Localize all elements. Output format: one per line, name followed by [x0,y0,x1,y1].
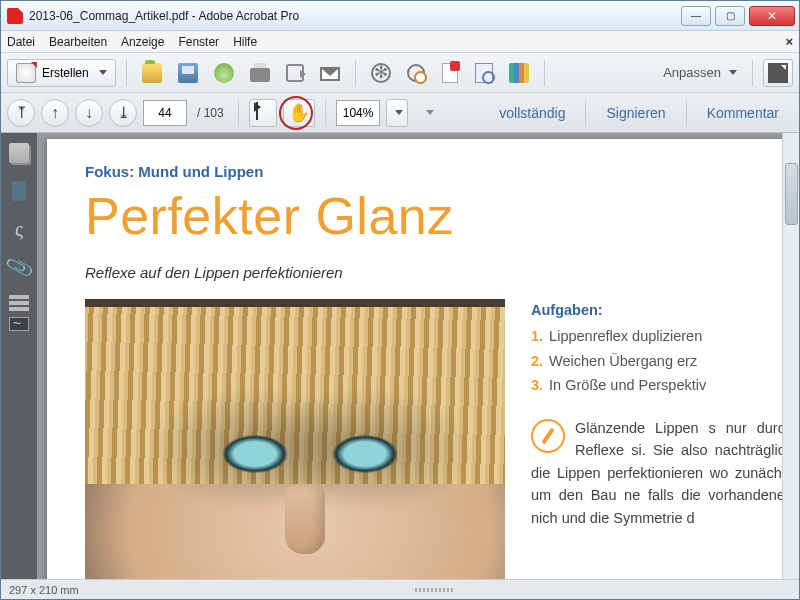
chevron-down-icon [426,110,434,115]
chevron-down-icon [395,110,403,115]
menu-window[interactable]: Fenster [178,35,219,49]
gear-play-icon [407,64,425,82]
envelope-icon [320,67,340,81]
print-button[interactable] [245,59,275,87]
floppy-icon [178,63,198,83]
select-tool[interactable] [249,99,277,127]
hand-icon: ✋ [288,104,310,122]
options-button[interactable] [366,59,396,87]
chevron-down-icon [99,70,107,75]
view-full-link[interactable]: vollständig [489,105,575,121]
create-icon [16,63,36,83]
attachments-panel-icon[interactable]: 📎 [4,253,34,280]
combine-pdf-button[interactable] [436,59,464,87]
folder-open-icon [142,63,162,83]
open-button[interactable] [137,59,167,87]
navigation-pane: ς 📎 [1,133,37,579]
cloud-up-icon [214,63,234,83]
layers-panel-icon[interactable] [9,295,29,299]
vertical-scrollbar[interactable] [782,133,799,579]
brush-circle-icon [531,419,565,453]
next-page-button[interactable]: ↓ [75,99,103,127]
minimize-button[interactable]: — [681,6,711,26]
share-icon [286,64,304,82]
expand-icon [768,63,788,83]
page-number-input[interactable] [143,100,187,126]
prev-page-button[interactable]: ↑ [41,99,69,127]
close-button[interactable]: ✕ [749,6,795,26]
more-zoom-button[interactable] [414,99,442,127]
pdf-combine-icon [442,63,458,83]
customize-button[interactable]: Anpassen [658,59,742,87]
share-button[interactable] [281,59,309,87]
menubar: Datei Bearbeiten Anzeige Fenster Hilfe × [1,31,799,53]
email-button[interactable] [315,59,345,87]
document-viewport[interactable]: Fokus: Mund und Lippen Perfekter Glanz R… [37,133,799,579]
menu-close-doc[interactable]: × [785,34,793,49]
cursor-icon [254,102,272,124]
article-kicker: Fokus: Mund und Lippen [85,163,793,180]
article-headline: Perfekter Glanz [85,186,793,246]
titlebar: 2013-06_Commag_Artikel.pdf - Adobe Acrob… [1,1,799,31]
sign-panel-icon[interactable] [9,317,29,331]
menu-file[interactable]: Datei [7,35,35,49]
tasks-heading: Aufgaben: [531,299,793,321]
main-toolbar: Erstellen Anpassen [1,53,799,93]
status-grip [79,588,791,592]
zoom-input[interactable]: 104% [336,100,381,126]
page-total-label: / 103 [197,106,224,120]
article-body: Glänzende Lippen s nur durch Reflexe si.… [531,417,793,529]
menu-view[interactable]: Anzeige [121,35,164,49]
identify-icon [475,63,493,83]
identify-button[interactable] [470,59,498,87]
scrollbar-thumb[interactable] [785,163,798,225]
pdf-file-icon [7,8,23,24]
sign-link[interactable]: Signieren [596,105,675,121]
menu-help[interactable]: Hilfe [233,35,257,49]
signatures-panel-icon[interactable]: ς [15,219,23,239]
color-bars-icon [509,63,529,83]
save-button[interactable] [173,59,203,87]
window-title: 2013-06_Commag_Artikel.pdf - Adobe Acrob… [29,9,677,23]
fullscreen-button[interactable] [763,59,793,87]
first-page-button[interactable]: ⤒ [7,99,35,127]
hand-tool[interactable]: ✋ [283,99,315,127]
last-page-button[interactable]: ⤓ [109,99,137,127]
maximize-button[interactable]: ▢ [715,6,745,26]
bookmarks-panel-icon[interactable] [12,181,26,201]
nav-toolbar: ⤒ ↑ ↓ ⤓ / 103 ✋ 104% vollständig Signier… [1,93,799,133]
printer-icon [250,68,270,82]
cloud-button[interactable] [209,59,239,87]
color-proof-button[interactable] [504,59,534,87]
statusbar: 297 x 210 mm [1,579,799,599]
article-photo [85,299,505,579]
article-subhead: Reflexe auf den Lippen perfektionieren [85,264,793,281]
gear-icon [371,63,391,83]
create-button[interactable]: Erstellen [7,59,116,87]
pages-panel-icon[interactable] [9,143,29,163]
menu-edit[interactable]: Bearbeiten [49,35,107,49]
pdf-page: Fokus: Mund und Lippen Perfekter Glanz R… [47,139,799,579]
chevron-down-icon [729,70,737,75]
tasks-list: 1.Lippenreflex duplizieren 2.Weichen Übe… [531,325,793,396]
page-dimensions: 297 x 210 mm [9,584,79,596]
comment-link[interactable]: Kommentar [697,105,793,121]
action-wizard-button[interactable] [402,59,430,87]
create-label: Erstellen [42,66,89,80]
zoom-dropdown[interactable] [386,99,408,127]
customize-label: Anpassen [663,65,721,80]
